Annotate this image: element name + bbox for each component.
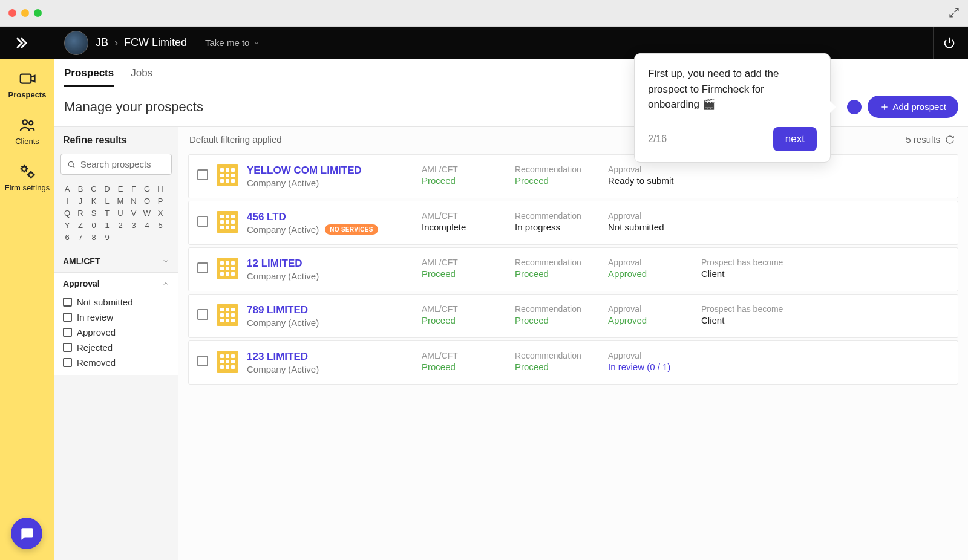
export-circle-button[interactable] bbox=[847, 100, 862, 114]
col-label: Prospect has become bbox=[701, 258, 810, 267]
take-me-to-dropdown[interactable]: Take me to bbox=[205, 37, 260, 48]
alpha-letter[interactable]: 3 bbox=[127, 220, 140, 232]
col-label: Approval bbox=[608, 258, 693, 267]
alpha-letter[interactable]: N bbox=[127, 195, 140, 207]
alpha-letter[interactable]: 0 bbox=[87, 220, 100, 232]
search-icon bbox=[67, 160, 76, 169]
tabs: Prospects Jobs bbox=[54, 59, 968, 87]
alpha-letter[interactable]: I bbox=[60, 195, 74, 207]
alpha-letter[interactable]: 8 bbox=[87, 232, 100, 244]
row-checkbox[interactable] bbox=[197, 356, 208, 366]
app-logo-icon[interactable] bbox=[11, 32, 33, 54]
alpha-letter[interactable]: U bbox=[114, 207, 127, 220]
minimize-window-icon[interactable] bbox=[21, 9, 29, 17]
checkbox-icon bbox=[63, 298, 72, 307]
alpha-letter[interactable]: 2 bbox=[114, 220, 127, 232]
alpha-letter[interactable]: S bbox=[87, 207, 100, 220]
alpha-letter[interactable]: 6 bbox=[60, 232, 74, 244]
alpha-letter[interactable]: P bbox=[154, 195, 167, 207]
avatar[interactable] bbox=[64, 31, 88, 55]
prospect-name-link[interactable]: YELLOW COM LIMITED bbox=[247, 164, 413, 177]
approval-option[interactable]: In review bbox=[63, 312, 169, 322]
alpha-letter[interactable]: R bbox=[74, 207, 87, 220]
tab-jobs[interactable]: Jobs bbox=[131, 67, 152, 87]
chat-fab[interactable] bbox=[11, 518, 42, 549]
alpha-letter[interactable]: 9 bbox=[100, 232, 114, 244]
alpha-letter[interactable]: H bbox=[154, 183, 167, 195]
alpha-letter[interactable]: B bbox=[74, 183, 87, 195]
close-window-icon[interactable] bbox=[8, 9, 16, 17]
row-checkbox[interactable] bbox=[197, 309, 208, 320]
prospect-name-link[interactable]: 456 LTD bbox=[247, 211, 413, 223]
prospect-row[interactable]: 123 LIMITEDCompany (Active)AML/CFTProcee… bbox=[188, 340, 958, 385]
refresh-icon[interactable] bbox=[945, 135, 955, 145]
prospect-sub: Company (Active) bbox=[247, 178, 413, 188]
breadcrumb-user[interactable]: JB bbox=[96, 36, 108, 49]
col-label: Approval bbox=[608, 164, 693, 174]
prospect-row[interactable]: YELLOW COM LIMITEDCompany (Active)AML/CF… bbox=[188, 154, 958, 198]
chevron-down-icon bbox=[253, 39, 260, 47]
alpha-letter[interactable]: M bbox=[114, 195, 127, 207]
checkbox-icon bbox=[63, 313, 72, 322]
alpha-letter[interactable]: Y bbox=[60, 220, 74, 232]
power-button[interactable] bbox=[933, 27, 957, 59]
alpha-letter[interactable]: G bbox=[140, 183, 154, 195]
prospect-became-value: Client bbox=[701, 315, 810, 325]
row-checkbox[interactable] bbox=[197, 169, 208, 180]
search-input-wrapper[interactable] bbox=[60, 154, 172, 175]
approval-option-label: Approved bbox=[77, 327, 116, 337]
aml-value: Incomplete bbox=[422, 222, 506, 232]
alpha-letter[interactable]: 7 bbox=[74, 232, 87, 244]
approval-option[interactable]: Approved bbox=[63, 327, 169, 337]
alpha-letter[interactable]: C bbox=[87, 183, 100, 195]
alpha-letter[interactable]: T bbox=[100, 207, 114, 220]
alpha-letter[interactable]: K bbox=[87, 195, 100, 207]
alpha-letter[interactable]: 1 bbox=[100, 220, 114, 232]
alpha-letter[interactable]: A bbox=[60, 183, 74, 195]
alpha-letter[interactable]: F bbox=[127, 183, 140, 195]
expand-icon[interactable] bbox=[949, 7, 960, 18]
window-titlebar bbox=[0, 0, 968, 27]
approval-option[interactable]: Not submitted bbox=[63, 297, 169, 307]
filter-section-approval[interactable]: Approval bbox=[54, 273, 178, 295]
alpha-letter[interactable]: L bbox=[100, 195, 114, 207]
filter-section-amlcft[interactable]: AML/CFT bbox=[54, 250, 178, 272]
add-prospect-button[interactable]: Add prospect bbox=[868, 96, 958, 118]
prospect-name-link[interactable]: 12 LIMITED bbox=[247, 258, 413, 270]
row-checkbox[interactable] bbox=[197, 262, 208, 273]
alpha-letter[interactable]: J bbox=[74, 195, 87, 207]
approval-option[interactable]: Rejected bbox=[63, 342, 169, 353]
take-me-to-label: Take me to bbox=[205, 37, 249, 48]
sidebar-item-clients[interactable]: Clients bbox=[15, 116, 39, 146]
alpha-letter[interactable]: O bbox=[140, 195, 154, 207]
prospect-row[interactable]: 456 LTDCompany (Active) NO SERVICESAML/C… bbox=[188, 201, 958, 245]
alpha-letter[interactable]: V bbox=[127, 207, 140, 220]
tour-next-button[interactable]: next bbox=[773, 127, 817, 151]
alpha-letter[interactable]: Z bbox=[74, 220, 87, 232]
alpha-letter[interactable]: 4 bbox=[140, 220, 154, 232]
alpha-letter[interactable]: 5 bbox=[154, 220, 167, 232]
row-checkbox[interactable] bbox=[197, 216, 208, 227]
col-label: AML/CFT bbox=[422, 351, 506, 360]
alpha-letter[interactable]: W bbox=[140, 207, 154, 220]
aml-value: Proceed bbox=[422, 269, 506, 279]
search-input[interactable] bbox=[80, 159, 165, 169]
alpha-letter[interactable]: Q bbox=[60, 207, 74, 220]
breadcrumb-company[interactable]: FCW Limited bbox=[124, 36, 187, 49]
approval-option[interactable]: Removed bbox=[63, 357, 169, 368]
prospect-name-link[interactable]: 789 LIMITED bbox=[247, 304, 413, 316]
approval-value: Not submitted bbox=[608, 222, 693, 232]
sidebar-item-firm-settings[interactable]: Firm settings bbox=[5, 163, 50, 192]
prospect-row[interactable]: 789 LIMITEDCompany (Active)AML/CFTProcee… bbox=[188, 294, 958, 338]
chevron-up-icon bbox=[162, 280, 169, 287]
col-label: Approval bbox=[608, 351, 693, 360]
prospect-row[interactable]: 12 LIMITEDCompany (Active)AML/CFTProceed… bbox=[188, 247, 958, 291]
alpha-letter[interactable]: D bbox=[100, 183, 114, 195]
prospect-name-link[interactable]: 123 LIMITED bbox=[247, 351, 413, 363]
alpha-letter[interactable]: X bbox=[154, 207, 167, 220]
maximize-window-icon[interactable] bbox=[34, 9, 42, 17]
svg-point-2 bbox=[29, 121, 33, 125]
tab-prospects[interactable]: Prospects bbox=[64, 67, 114, 87]
sidebar-item-prospects[interactable]: Prospects bbox=[8, 70, 47, 99]
alpha-letter[interactable]: E bbox=[114, 183, 127, 195]
